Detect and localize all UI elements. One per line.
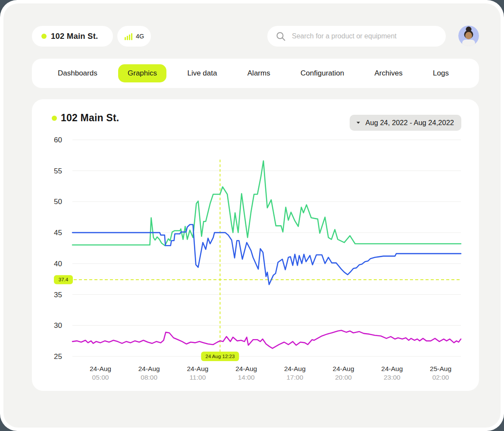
y-tick-label: 30 xyxy=(54,321,62,330)
x-tick-time: 08:00 xyxy=(141,374,157,381)
user-avatar[interactable] xyxy=(458,25,479,46)
y-tick-label: 40 xyxy=(54,260,62,268)
annotations: 37.424 Aug 12:23 xyxy=(54,160,461,361)
x-tick-date: 24-Aug xyxy=(138,365,160,372)
x-tick-time: 23:00 xyxy=(384,374,401,381)
x-tick-date: 24-Aug xyxy=(187,365,208,372)
location-pill[interactable]: 102 Main St. xyxy=(32,26,113,47)
x-axis-labels: 24-Aug05:0024-Aug08:0024-Aug11:0024-Aug1… xyxy=(90,365,451,381)
series-blue xyxy=(72,225,461,285)
status-dot-icon xyxy=(41,34,47,39)
y-tick-label: 50 xyxy=(54,198,62,206)
x-tick-date: 24-Aug xyxy=(284,365,306,372)
tab-alarms[interactable]: Alarms xyxy=(238,64,280,82)
chart-canvas[interactable]: 253035404550556024-Aug05:0024-Aug08:0024… xyxy=(32,99,479,391)
x-tick-time: 17:00 xyxy=(286,374,303,381)
cursor-label: 24 Aug 12:23 xyxy=(206,354,235,359)
y-tick-label: 55 xyxy=(54,167,62,175)
search-input[interactable] xyxy=(292,26,446,47)
x-tick-date: 24-Aug xyxy=(90,365,111,372)
y-axis-labels: 2530354045505560 xyxy=(54,136,62,361)
avatar-image xyxy=(458,25,479,46)
app-background: 102 Main St. 4G Da xyxy=(3,3,501,428)
network-pill: 4G xyxy=(117,26,151,47)
x-tick-time: 14:00 xyxy=(238,374,255,381)
tab-configuration[interactable]: Configuration xyxy=(291,64,354,82)
search-bar[interactable] xyxy=(267,26,446,47)
x-tick-time: 02:00 xyxy=(432,374,449,381)
threshold-label: 37.4 xyxy=(59,277,69,282)
tab-logs[interactable]: Logs xyxy=(423,64,458,82)
search-icon xyxy=(276,31,286,41)
x-tick-date: 24-Aug xyxy=(235,365,257,372)
tab-graphics[interactable]: Graphics xyxy=(118,64,166,82)
y-tick-label: 25 xyxy=(54,352,62,361)
location-label: 102 Main St. xyxy=(51,31,98,41)
y-tick-label: 45 xyxy=(54,229,62,237)
chart-card: 102 Main St. Aug 24, 2022 - Aug 24,2022 … xyxy=(32,99,479,391)
x-tick-date: 24-Aug xyxy=(381,365,403,372)
network-label: 4G xyxy=(136,33,144,40)
x-tick-date: 25-Aug xyxy=(430,365,451,372)
tab-live-data[interactable]: Live data xyxy=(178,64,226,82)
app-window: 102 Main St. 4G Da xyxy=(0,0,504,431)
tab-archives[interactable]: Archives xyxy=(365,64,412,82)
x-tick-time: 11:00 xyxy=(190,374,206,381)
y-tick-label: 35 xyxy=(54,291,62,299)
x-tick-date: 24-Aug xyxy=(333,365,354,372)
signal-bars-icon xyxy=(125,33,132,40)
grid-lines xyxy=(72,140,461,356)
tab-dashboards[interactable]: Dashboards xyxy=(48,64,107,82)
main-nav: Dashboards Graphics Live data Alarms Con… xyxy=(32,59,479,88)
series-magenta xyxy=(72,330,461,349)
y-tick-label: 60 xyxy=(54,136,62,144)
x-tick-time: 05:00 xyxy=(92,374,109,381)
x-tick-time: 20:00 xyxy=(335,374,352,381)
